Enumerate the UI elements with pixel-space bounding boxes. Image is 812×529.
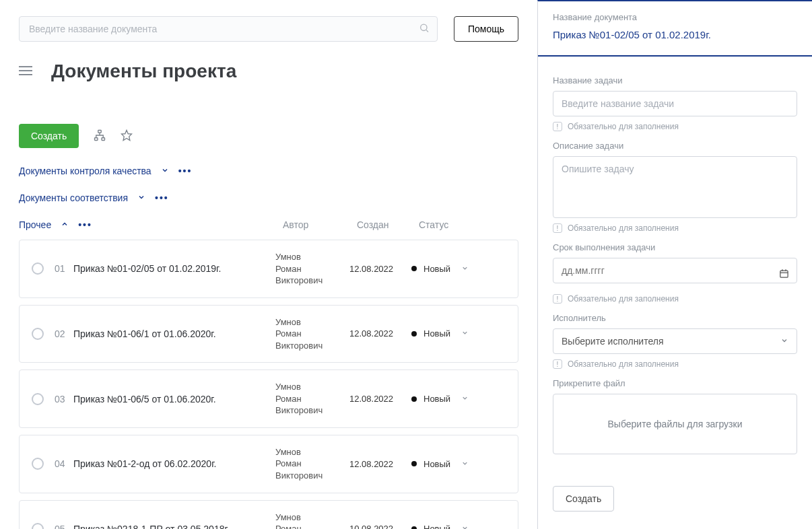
file-dropzone[interactable]: Выберите файлы для загрузки <box>553 394 797 454</box>
svg-rect-7 <box>102 137 105 140</box>
task-name-label: Название задачи <box>553 75 797 85</box>
th-author: Автор <box>283 219 357 230</box>
category-label: Документы контроля качества <box>19 166 151 176</box>
table-row[interactable]: 03Приказ №01-06/5 от 01.06.2020г.УмновРо… <box>19 369 518 428</box>
attach-label: Прикрепите файл <box>553 378 797 388</box>
row-radio[interactable] <box>32 523 44 529</box>
category-compliance[interactable]: Документы соответствия ••• <box>19 192 518 203</box>
required-hint: ! Обязательно для заполнения <box>553 294 797 304</box>
row-index: 05 <box>55 524 73 529</box>
row-radio[interactable] <box>32 393 44 405</box>
info-icon: ! <box>553 122 562 131</box>
row-status[interactable]: Новый <box>411 264 485 274</box>
search-box <box>19 16 438 42</box>
svg-rect-9 <box>780 271 788 277</box>
status-dot-icon <box>411 396 417 402</box>
row-radio[interactable] <box>32 328 44 340</box>
chevron-down-icon <box>161 166 169 176</box>
row-index: 04 <box>55 458 73 469</box>
status-dot-icon <box>411 266 417 271</box>
more-icon[interactable]: ••• <box>78 219 92 230</box>
row-index: 01 <box>55 263 73 274</box>
table-row[interactable]: 04Приказ №01-2-од от 06.02.2020г.УмновРо… <box>19 435 518 493</box>
side-panel: Название документа Приказ №01-02/05 от 0… <box>537 0 812 529</box>
due-date-input[interactable] <box>553 258 797 283</box>
due-label: Срок выполнения задачи <box>553 242 797 252</box>
chevron-down-icon <box>461 329 469 338</box>
table-row[interactable]: 02Приказ №01-06/1 от 01.06.2020г.УмновРо… <box>19 305 518 363</box>
status-dot-icon <box>411 526 417 529</box>
info-icon: ! <box>553 223 562 233</box>
task-desc-label: Описание задачи <box>553 141 797 151</box>
chevron-down-icon <box>461 394 469 403</box>
chevron-down-icon <box>461 264 469 273</box>
row-author: УмновРоманВикторович <box>275 316 349 352</box>
svg-rect-5 <box>98 130 102 133</box>
more-icon[interactable]: ••• <box>178 166 193 176</box>
task-desc-input[interactable] <box>553 156 797 218</box>
panel-doc-title: Приказ №01-02/05 от 01.02.2019г. <box>553 29 797 40</box>
status-dot-icon <box>411 461 417 466</box>
svg-line-1 <box>426 30 428 32</box>
table-row[interactable]: 05Приказ №0218-1-ПР от 03.05.2018г.Умнов… <box>19 500 518 529</box>
main-area: Помощь Документы проекта Создать Докумен… <box>0 0 537 529</box>
create-button[interactable]: Создать <box>19 124 79 148</box>
row-status[interactable]: Новый <box>411 394 485 404</box>
table-row[interactable]: 01Приказ №01-02/05 от 01.02.2019г.УмновР… <box>19 240 518 298</box>
panel-header: Название документа Приказ №01-02/05 от 0… <box>538 1 812 57</box>
panel-doc-label: Название документа <box>553 12 797 22</box>
row-index: 03 <box>55 394 73 404</box>
more-icon[interactable]: ••• <box>155 192 169 203</box>
row-title: Приказ №01-06/5 от 01.06.2020г. <box>73 394 275 404</box>
row-radio[interactable] <box>32 262 44 275</box>
required-hint: ! Обязательно для заполнения <box>553 359 797 369</box>
chevron-up-icon <box>61 219 69 230</box>
row-title: Приказ №01-02/05 от 01.02.2019г. <box>73 263 275 274</box>
hierarchy-icon[interactable] <box>94 129 106 143</box>
row-created: 12.08.2022 <box>349 264 411 274</box>
row-index: 02 <box>55 328 73 339</box>
chevron-down-icon <box>461 524 469 529</box>
row-author: УмновРоманВикторович <box>275 512 349 529</box>
row-author: УмновРоманВикторович <box>275 381 349 417</box>
row-created: 12.08.2022 <box>349 394 411 404</box>
row-created: 10.08.2022 <box>349 524 411 529</box>
category-quality[interactable]: Документы контроля качества ••• <box>19 166 518 176</box>
row-radio[interactable] <box>32 458 44 470</box>
search-input[interactable] <box>19 16 438 42</box>
search-icon[interactable] <box>419 23 430 36</box>
calendar-icon[interactable] <box>779 269 789 281</box>
chevron-down-icon <box>461 460 469 468</box>
row-author: УмновРоманВикторович <box>275 446 349 482</box>
row-title: Приказ №0218-1-ПР от 03.05.2018г. <box>73 524 275 529</box>
chevron-down-icon <box>780 336 788 347</box>
row-status[interactable]: Новый <box>411 459 485 469</box>
category-label: Документы соответствия <box>19 192 128 203</box>
menu-icon[interactable] <box>19 65 32 78</box>
category-other[interactable]: Прочее ••• <box>19 219 283 230</box>
row-status[interactable]: Новый <box>411 328 485 339</box>
required-hint: ! Обязательно для заполнения <box>553 223 797 233</box>
status-dot-icon <box>411 331 417 337</box>
row-author: УмновРоманВикторович <box>275 251 349 287</box>
help-button[interactable]: Помощь <box>454 16 518 42</box>
task-name-input[interactable] <box>553 91 797 116</box>
panel-create-button[interactable]: Создать <box>553 486 614 512</box>
row-created: 12.08.2022 <box>349 459 411 469</box>
row-status[interactable]: Новый <box>411 524 485 529</box>
info-icon: ! <box>553 294 562 304</box>
th-status: Статус <box>419 219 493 230</box>
category-label: Прочее <box>19 219 51 230</box>
row-title: Приказ №01-06/1 от 01.06.2020г. <box>73 328 275 339</box>
row-title: Приказ №01-2-од от 06.02.2020г. <box>73 458 275 469</box>
row-created: 12.08.2022 <box>349 328 411 339</box>
star-icon[interactable] <box>121 129 133 143</box>
page-title: Документы проекта <box>51 61 236 82</box>
svg-marker-8 <box>122 130 132 140</box>
assignee-label: Исполнитель <box>553 313 797 323</box>
assignee-select[interactable]: Выберите исполнителя <box>553 328 797 354</box>
required-hint: ! Обязательно для заполнения <box>553 122 797 131</box>
svg-rect-6 <box>95 137 98 140</box>
chevron-down-icon <box>137 192 145 203</box>
svg-point-0 <box>421 24 427 30</box>
